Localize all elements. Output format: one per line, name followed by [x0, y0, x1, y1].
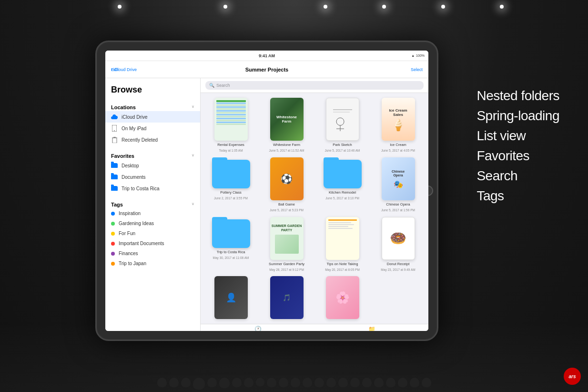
ipad-device-icon [111, 125, 118, 132]
file-thumb-park [326, 98, 359, 141]
browse-title: Browse [105, 84, 200, 99]
sidebar-tag-fun[interactable]: For Fun [105, 228, 200, 238]
tag-important-label: Important Documents [119, 241, 164, 246]
file-item-garden-party[interactable]: SUMMER GARDEN PARTY Summer Garden Party … [261, 217, 312, 272]
feature-search: Search [476, 166, 559, 186]
features-panel: Nested folders Spring-loading List view … [476, 86, 559, 206]
file-item-dark2[interactable]: 🎵 [261, 276, 312, 319]
ceiling-light [324, 5, 327, 9]
fun-tag-dot [111, 232, 115, 236]
back-chevron-icon: ‹ [111, 67, 112, 72]
locations-chevron[interactable]: ∨ [192, 104, 194, 109]
tag-inspiration-label: Inspiration [119, 211, 141, 216]
favorites-chevron[interactable]: ∨ [192, 153, 194, 157]
file-date-whitestone: June 5, 2017 at 11:52 AM [269, 149, 304, 153]
nav-back-label: iCloud Drive [113, 67, 137, 72]
ipad-device: 9:41 AM ▲ 100% Edit ‹ iCloud Drive Summe… [95, 41, 438, 341]
ceiling-lights [0, 0, 588, 38]
file-date-kitchen: June 5, 2017 at 3:10 PM [325, 196, 359, 200]
file-item-kitchen-remodel[interactable]: Kitchen Remodel June 5, 2017 at 3:10 PM [317, 157, 368, 212]
audience-head [350, 378, 360, 387]
file-item-flower[interactable]: 🌸 [317, 276, 368, 319]
ceiling-light [223, 5, 227, 9]
sidebar-documents-label: Documents [122, 175, 146, 180]
status-right: ▲ 100% [411, 54, 425, 57]
file-grid: Rental Expenses Today at 1:05 AM Whitest… [201, 93, 428, 324]
search-placeholder-text: Search [216, 83, 230, 88]
file-item-donut[interactable]: 🍩 Donut Receipt May 23, 2017 at 9:49 AM [373, 217, 424, 272]
audience-head [398, 378, 407, 387]
svg-rect-4 [113, 137, 116, 138]
file-thumb-ballgame: ⚽ [270, 157, 304, 200]
status-bar: 9:41 AM ▲ 100% [105, 51, 428, 61]
sidebar-tag-inspiration[interactable]: Inspiration [105, 208, 200, 218]
audience-head [303, 378, 312, 387]
sidebar-tag-finances[interactable]: Finances [105, 248, 200, 258]
file-item-tips[interactable]: Tips on Note Taking May 20, 2017 at 8:05… [317, 217, 368, 272]
finances-tag-dot [111, 252, 115, 256]
file-date-park: June 5, 2017 at 10:46 AM [324, 149, 360, 153]
status-time: 9:41 AM [259, 53, 275, 58]
file-item-whitestone[interactable]: WhitestoneFarm Whitestone Farm June 5, 2… [261, 98, 312, 153]
recents-icon: 🕐 [254, 326, 262, 331]
sidebar-tag-important[interactable]: Important Documents [105, 238, 200, 248]
sidebar-ipad-label: On My iPad [122, 126, 146, 131]
file-name-icecream: Ice Cream [390, 143, 406, 147]
desktop-folder-icon [111, 162, 118, 169]
audience-head [291, 378, 300, 387]
sidebar-item-trip-costa-rica[interactable]: Trip to Costa Rica [105, 183, 200, 194]
file-item-dark1[interactable]: 👤 [205, 276, 256, 319]
folder-thumb-costarica [212, 217, 250, 248]
folder-thumb-kitchen [324, 157, 362, 188]
audience-head [157, 378, 167, 387]
tags-chevron[interactable]: ∨ [192, 202, 194, 206]
tab-recents[interactable]: 🕐 Recents [252, 326, 264, 331]
gardening-tag-dot [111, 222, 115, 226]
sidebar-deleted-label: Recently Deleted [122, 137, 158, 143]
ceiling-light [441, 5, 445, 9]
costa-rica-folder-icon [111, 185, 118, 192]
file-item-rental-expenses[interactable]: Rental Expenses Today at 1:05 AM [205, 98, 256, 153]
sidebar-item-recently-deleted[interactable]: Recently Deleted [105, 134, 200, 145]
sidebar-costarica-label: Trip to Costa Rica [122, 186, 160, 191]
feature-favorites: Favorites [476, 146, 559, 166]
sidebar-item-on-my-ipad[interactable]: On My iPad [105, 123, 200, 134]
audience-head [410, 378, 419, 387]
sidebar-tag-gardening[interactable]: Gardening Ideas [105, 218, 200, 228]
audience-head [374, 378, 384, 387]
folder-thumb-pottery [212, 157, 250, 188]
search-bar: 🔍 Search [201, 78, 428, 93]
sidebar-item-icloud-drive[interactable]: iCloud Drive [105, 111, 200, 123]
sidebar-icloud-label: iCloud Drive [122, 114, 147, 120]
nav-select-button[interactable]: Select [411, 67, 423, 72]
file-thumb-tips [326, 217, 359, 260]
feature-list-view: List view [476, 126, 559, 146]
ceiling-light [382, 5, 386, 9]
file-item-pottery-class[interactable]: Pottery Class June 2, 2017 at 3:55 PM [205, 157, 256, 212]
file-item-park-sketch[interactable]: Park Sketch June 5, 2017 at 10:46 AM [317, 98, 368, 153]
file-item-ice-cream[interactable]: Ice CreamSales 🍦 Ice Cream June 5, 2017 … [373, 98, 424, 153]
battery-icon: 100% [416, 54, 425, 57]
file-thumb-garden: SUMMER GARDEN PARTY [270, 217, 304, 260]
file-thumb-donut: 🍩 [382, 217, 415, 260]
file-name-garden: Summer Garden Party [269, 262, 304, 266]
audience-head [256, 378, 264, 386]
sidebar-item-documents[interactable]: Documents [105, 171, 200, 183]
trash-icon [111, 136, 118, 143]
file-item-chinese-opera[interactable]: ChineseOpera 🎭 Chinese Opera June 5, 201… [373, 157, 424, 212]
browse-icon: 📁 [368, 326, 375, 331]
file-name-pottery: Pottery Class [220, 190, 242, 195]
file-item-ball-game[interactable]: ⚽ Ball Game June 5, 2017 at 5:23 PM [261, 157, 312, 212]
sidebar-item-desktop[interactable]: Desktop [105, 160, 200, 171]
file-thumb-flower: 🌸 [326, 276, 359, 319]
audience-head [181, 378, 191, 387]
nav-title: Summer Projects [245, 67, 288, 72]
audience-head [362, 378, 372, 387]
tag-fun-label: For Fun [119, 231, 135, 236]
search-input-wrapper[interactable]: 🔍 Search [205, 81, 424, 90]
sidebar-tag-japan[interactable]: Trip to Japan [105, 258, 200, 268]
locations-label: Locations [111, 104, 136, 110]
file-item-trip-costarica[interactable]: Trip to Costa Rica May 30, 2017 at 11:08… [205, 217, 256, 272]
nav-back-button[interactable]: ‹ iCloud Drive [111, 67, 137, 72]
tab-browse[interactable]: 📁 Browse [366, 326, 377, 331]
